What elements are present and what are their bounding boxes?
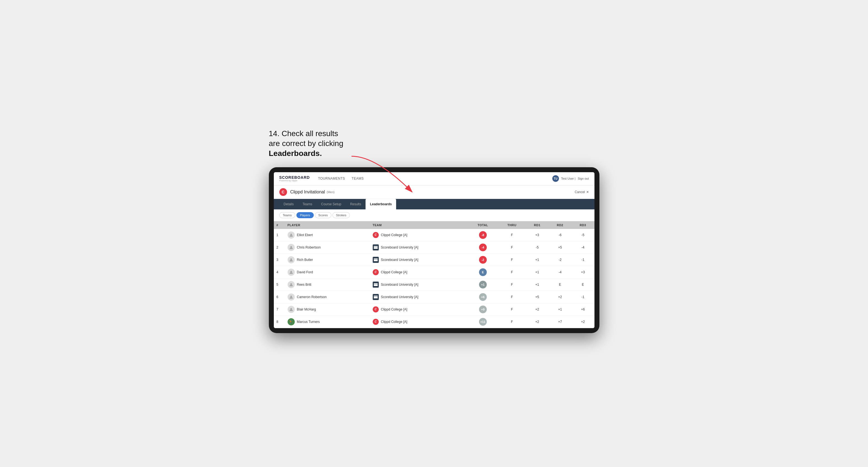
col-team: TEAM (370, 221, 468, 229)
player-name: Cameron Robertson (297, 295, 327, 299)
team-logo (373, 244, 379, 250)
cell-rank: 6 (274, 291, 285, 303)
svg-rect-8 (374, 259, 378, 260)
score-badge: E (479, 268, 487, 276)
cell-team: CClippd College [A] (370, 303, 468, 315)
cancel-x-icon: ✕ (586, 190, 589, 194)
col-thru: THRU (498, 221, 526, 229)
user-name: Test User | (561, 177, 576, 180)
instruction-line2: are correct by clicking (269, 139, 343, 148)
cell-rank: 2 (274, 241, 285, 253)
cell-total: +11 (467, 315, 498, 328)
player-avatar (287, 269, 295, 276)
filter-teams-button[interactable]: Teams (279, 212, 295, 218)
cell-player: Blair McHarg (285, 303, 370, 315)
instruction-bold: Leaderboards. (269, 149, 322, 158)
cell-rd2: -6 (549, 229, 571, 241)
score-badge: +11 (479, 318, 487, 326)
tournament-badge: (Men) (327, 190, 335, 194)
cell-rd2: +2 (549, 291, 571, 303)
cell-rd3: -1 (571, 253, 594, 266)
tabs-bar: Details Teams Course Setup Results Leade… (274, 199, 594, 209)
team-name: Clippd College [A] (381, 320, 407, 324)
player-name: Blair McHarg (297, 308, 316, 311)
team-logo: C (373, 232, 379, 238)
cell-total: E (467, 266, 498, 278)
cell-rd3: -1 (571, 291, 594, 303)
table-row: 7Blair McHargCClippd College [A]+9F+2+1+… (274, 303, 594, 315)
team-logo (373, 282, 379, 288)
nav-bar: SCOREBOARD Powered by clippd TOURNAMENTS… (274, 172, 594, 185)
cell-rank: 1 (274, 229, 285, 241)
cell-rd1: -5 (526, 241, 549, 253)
user-avatar: TU (552, 175, 559, 182)
cell-rd2: -4 (549, 266, 571, 278)
score-badge: +6 (479, 293, 487, 301)
tournament-header: C Clippd Invitational (Men) Cancel ✕ (274, 185, 594, 199)
tab-teams[interactable]: Teams (298, 199, 316, 209)
nav-right: TU Test User | Sign out (552, 175, 589, 182)
logo-title: SCOREBOARD (279, 176, 310, 179)
cell-total: -2 (467, 253, 498, 266)
cell-rd1: +2 (526, 315, 549, 328)
table-row: 1Elliot EbertCClippd College [A]-8F+3-6-… (274, 229, 594, 241)
player-avatar (287, 231, 295, 239)
sub-filters: Teams Players Scores Strokes (274, 209, 594, 221)
cell-total: +6 (467, 291, 498, 303)
tab-course-setup[interactable]: Course Setup (317, 199, 346, 209)
cell-rd2: -2 (549, 253, 571, 266)
cell-thru: F (498, 229, 526, 241)
team-logo: C (373, 306, 379, 312)
filter-scores-button[interactable]: Scores (315, 212, 331, 218)
cell-rd3: -5 (571, 229, 594, 241)
player-name: David Ford (297, 270, 313, 274)
player-avatar (287, 256, 295, 263)
svg-rect-14 (374, 285, 378, 286)
cell-rank: 8 (274, 315, 285, 328)
team-name: Clippd College [A] (381, 308, 407, 311)
team-name: Scoreboard University [A] (381, 246, 418, 249)
cell-rd1: +2 (526, 303, 549, 315)
cell-rd2: +7 (549, 315, 571, 328)
table-row: 4David FordCClippd College [A]EF+1-4+3 (274, 266, 594, 278)
nav-teams[interactable]: TEAMS (352, 177, 364, 181)
player-avatar (287, 281, 295, 288)
cell-rd2: +5 (549, 241, 571, 253)
player-avatar: 🏌 (287, 318, 295, 325)
cell-player: Rich Butler (285, 253, 370, 266)
nav-tournaments[interactable]: TOURNAMENTS (318, 177, 345, 181)
col-rd2: RD2 (549, 221, 571, 229)
cell-rd1: +1 (526, 278, 549, 291)
filter-players-button[interactable]: Players (297, 212, 314, 218)
svg-rect-13 (374, 284, 378, 285)
svg-rect-12 (374, 283, 378, 284)
player-avatar (287, 293, 295, 301)
tournament-logo: C (279, 188, 287, 196)
cell-player: Rees Britt (285, 278, 370, 291)
team-logo: C (373, 269, 379, 275)
cell-team: Scoreboard University [A] (370, 253, 468, 266)
cell-rank: 5 (274, 278, 285, 291)
cell-thru: F (498, 303, 526, 315)
tab-leaderboards[interactable]: Leaderboards (366, 199, 396, 209)
cell-rd3: +3 (571, 266, 594, 278)
cell-rd3: E (571, 278, 594, 291)
svg-rect-4 (374, 247, 378, 248)
svg-rect-7 (374, 258, 378, 259)
col-total: TOTAL (467, 221, 498, 229)
score-badge: -2 (479, 256, 487, 264)
team-name: Scoreboard University [A] (381, 258, 418, 262)
cell-rd2: E (549, 278, 571, 291)
cancel-button[interactable]: Cancel ✕ (575, 190, 589, 194)
tab-details[interactable]: Details (279, 199, 298, 209)
table-body: 1Elliot EbertCClippd College [A]-8F+3-6-… (274, 229, 594, 328)
cell-team: CClippd College [A] (370, 229, 468, 241)
cell-rd3: -4 (571, 241, 594, 253)
player-name: Rees Britt (297, 283, 312, 286)
cell-thru: F (498, 315, 526, 328)
col-player: PLAYER (285, 221, 370, 229)
filter-strokes-button[interactable]: Strokes (333, 212, 350, 218)
sign-out-link[interactable]: Sign out (578, 177, 589, 180)
tab-results[interactable]: Results (346, 199, 366, 209)
svg-rect-3 (374, 246, 378, 247)
